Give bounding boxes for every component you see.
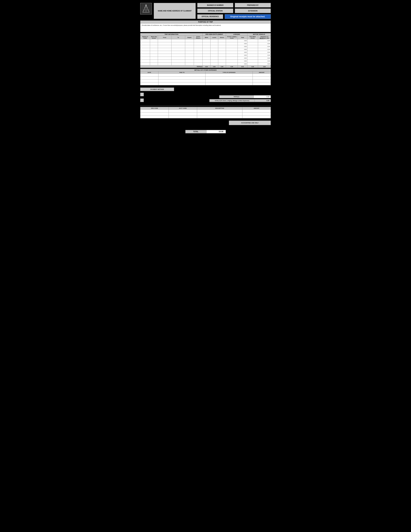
trip-row-1-col-8[interactable]: [218, 42, 226, 45]
trip-row-3-col-10[interactable]: 0.00: [238, 48, 247, 51]
trip-row-2-col-0[interactable]: [140, 45, 150, 48]
trip-row-4-col-10[interactable]: 0.00: [238, 51, 247, 54]
trip-row-0-col-4[interactable]: [185, 39, 194, 42]
oe-row-3-col-1[interactable]: [159, 82, 206, 85]
trip-row-5-col-9[interactable]: [226, 54, 238, 57]
acct-row-1-col-2[interactable]: [197, 113, 242, 115]
oe-row-2-col-0[interactable]: [140, 79, 159, 82]
trip-row-1-col-12[interactable]: 0.00: [258, 42, 271, 45]
acct-row-2-col-0[interactable]: [140, 115, 169, 118]
acct-row-1-col-0[interactable]: [140, 113, 169, 115]
trip-row-5-col-1[interactable]: [150, 54, 158, 57]
trip-row-0-col-6[interactable]: [203, 39, 210, 42]
trip-row-5-col-4[interactable]: [185, 54, 194, 57]
trip-row-6-col-3[interactable]: [171, 57, 185, 60]
trip-row-3-col-5[interactable]: [194, 48, 203, 51]
trip-row-6-col-6[interactable]: [203, 57, 210, 60]
trip-row-0-col-9[interactable]: [226, 39, 238, 42]
trip-row-8-col-12[interactable]: 0.00: [258, 63, 271, 66]
trip-row-8-col-4[interactable]: [185, 63, 194, 66]
trip-row-3-col-1[interactable]: [150, 48, 158, 51]
oe-row-0-col-3[interactable]: [252, 74, 271, 76]
trip-row-3-col-7[interactable]: [210, 48, 218, 51]
trip-row-0-col-1[interactable]: [150, 39, 158, 42]
trip-row-2-col-6[interactable]: [203, 45, 210, 48]
trip-row-1-col-2[interactable]: [158, 42, 171, 45]
trip-row-4-col-8[interactable]: [218, 51, 226, 54]
trip-row-8-col-0[interactable]: [140, 63, 150, 66]
oe-row-1-col-2[interactable]: [206, 76, 252, 79]
trip-row-7-col-7[interactable]: [210, 60, 218, 63]
oe-row-2-col-1[interactable]: [159, 79, 206, 82]
trip-row-5-col-7[interactable]: [210, 54, 218, 57]
oe-row-1-col-0[interactable]: [140, 76, 159, 79]
trip-row-8-col-1[interactable]: [150, 63, 158, 66]
acct-row-1-col-1[interactable]: [168, 113, 197, 115]
trip-row-8-col-7[interactable]: [210, 63, 218, 66]
trip-row-1-col-9[interactable]: [226, 42, 238, 45]
trip-row-8-col-3[interactable]: [171, 63, 185, 66]
trip-row-4-col-6[interactable]: [203, 51, 210, 54]
trip-row-5-col-3[interactable]: [171, 54, 185, 57]
acct-row-0-col-1[interactable]: [168, 110, 197, 113]
trip-row-3-col-4[interactable]: [185, 48, 194, 51]
trip-row-7-col-9[interactable]: [226, 60, 238, 63]
trip-row-8-col-5[interactable]: [194, 63, 203, 66]
trip-row-4-col-5[interactable]: [194, 51, 203, 54]
checkbox-2[interactable]: [140, 98, 144, 102]
trip-row-7-col-6[interactable]: [203, 60, 210, 63]
trip-row-3-col-6[interactable]: [203, 48, 210, 51]
oe-row-0-col-2[interactable]: [206, 74, 252, 76]
trip-row-6-col-4[interactable]: [185, 57, 194, 60]
acct-row-0-col-3[interactable]: [243, 110, 271, 113]
oe-row-0-col-0[interactable]: [140, 74, 159, 76]
oe-row-2-col-2[interactable]: [206, 79, 252, 82]
trip-row-3-col-9[interactable]: [226, 48, 238, 51]
trip-row-1-col-11[interactable]: [247, 42, 258, 45]
trip-row-4-col-11[interactable]: [247, 51, 258, 54]
trip-row-0-col-3[interactable]: [171, 39, 185, 42]
trip-row-2-col-11[interactable]: [247, 45, 258, 48]
acct-row-2-col-2[interactable]: [197, 115, 242, 118]
trip-row-4-col-2[interactable]: [158, 51, 171, 54]
trip-row-5-col-6[interactable]: [203, 54, 210, 57]
trip-row-1-col-1[interactable]: [150, 42, 158, 45]
trip-row-7-col-4[interactable]: [185, 60, 194, 63]
official-residence-field[interactable]: OFFICIAL RESIDENCE: [197, 14, 223, 19]
trip-row-1-col-7[interactable]: [210, 42, 218, 45]
trip-row-3-col-2[interactable]: [158, 48, 171, 51]
trip-row-2-col-1[interactable]: [150, 45, 158, 48]
trip-row-0-col-12[interactable]: 0.00: [258, 39, 271, 42]
trip-row-7-col-11[interactable]: [247, 60, 258, 63]
trip-row-1-col-3[interactable]: [171, 42, 185, 45]
oe-row-3-col-0[interactable]: [140, 82, 159, 85]
trip-row-5-col-10[interactable]: 0.00: [238, 54, 247, 57]
trip-row-0-col-11[interactable]: [247, 39, 258, 42]
trip-row-3-col-11[interactable]: [247, 48, 258, 51]
trip-row-5-col-0[interactable]: [140, 54, 150, 57]
trip-row-2-col-5[interactable]: [194, 45, 203, 48]
trip-row-0-col-7[interactable]: [210, 39, 218, 42]
trip-row-4-col-3[interactable]: [171, 51, 185, 54]
trip-row-6-col-2[interactable]: [158, 57, 171, 60]
oe-row-1-col-3[interactable]: [252, 76, 271, 79]
trip-row-7-col-10[interactable]: 0.00: [238, 60, 247, 63]
oe-row-2-col-3[interactable]: [252, 79, 271, 82]
trip-row-2-col-9[interactable]: [226, 45, 238, 48]
trip-row-6-col-8[interactable]: [218, 57, 226, 60]
purpose-body[interactable]: (Provide dates of conference, etc.; if m…: [140, 24, 271, 32]
trip-row-8-col-8[interactable]: [218, 63, 226, 66]
trip-row-5-col-8[interactable]: [218, 54, 226, 57]
acct-row-2-col-3[interactable]: [243, 115, 271, 118]
trip-row-7-col-12[interactable]: 0.00: [258, 60, 271, 63]
trip-row-8-col-6[interactable]: [203, 63, 210, 66]
trip-row-4-col-0[interactable]: [140, 51, 150, 54]
trip-row-4-col-9[interactable]: [226, 51, 238, 54]
trip-row-2-col-3[interactable]: [171, 45, 185, 48]
payment-option-1[interactable]: [140, 93, 206, 96]
trip-row-1-col-10[interactable]: 0.00: [238, 42, 247, 45]
trip-row-7-col-0[interactable]: [140, 60, 150, 63]
trip-row-6-col-9[interactable]: [226, 57, 238, 60]
trip-row-7-col-8[interactable]: [218, 60, 226, 63]
acct-row-2-col-1[interactable]: [168, 115, 197, 118]
